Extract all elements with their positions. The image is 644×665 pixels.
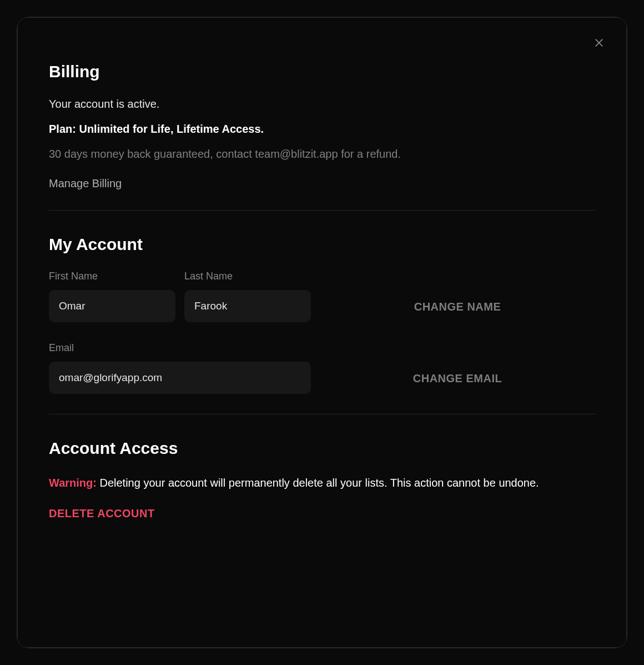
first-name-label: First Name (49, 271, 175, 282)
account-access-title: Account Access (49, 439, 595, 458)
warning-body: Deleting your account will permanently d… (97, 477, 539, 489)
account-status-text: Your account is active. (49, 98, 595, 111)
first-name-input[interactable] (49, 290, 175, 322)
first-name-field-group: First Name (49, 271, 175, 322)
delete-account-button[interactable]: DELETE ACCOUNT (49, 507, 595, 520)
last-name-input[interactable] (184, 290, 311, 322)
last-name-label: Last Name (184, 271, 311, 282)
last-name-field-group: Last Name (184, 271, 311, 322)
change-email-button[interactable]: CHANGE EMAIL (320, 372, 595, 394)
warning-label: Warning: (49, 477, 97, 489)
divider (49, 210, 595, 211)
email-row: Email CHANGE EMAIL (49, 342, 595, 394)
email-label: Email (49, 342, 311, 354)
divider (49, 414, 595, 414)
name-row: First Name Last Name CHANGE NAME (49, 271, 595, 322)
delete-warning-text: Warning: Deleting your account will perm… (49, 474, 595, 492)
plan-text: Plan: Unlimited for Life, Lifetime Acces… (49, 123, 595, 136)
email-field-group: Email (49, 342, 311, 394)
refund-note: 30 days money back guaranteed, contact t… (49, 148, 595, 161)
my-account-title: My Account (49, 235, 595, 254)
settings-panel: Billing Your account is active. Plan: Un… (17, 17, 627, 648)
close-button[interactable] (591, 34, 607, 51)
billing-title: Billing (49, 62, 595, 81)
email-input[interactable] (49, 362, 311, 394)
close-icon (593, 37, 605, 48)
manage-billing-link[interactable]: Manage Billing (49, 177, 122, 190)
settings-window: Billing Your account is active. Plan: Un… (17, 17, 627, 648)
change-name-button[interactable]: CHANGE NAME (320, 301, 595, 322)
